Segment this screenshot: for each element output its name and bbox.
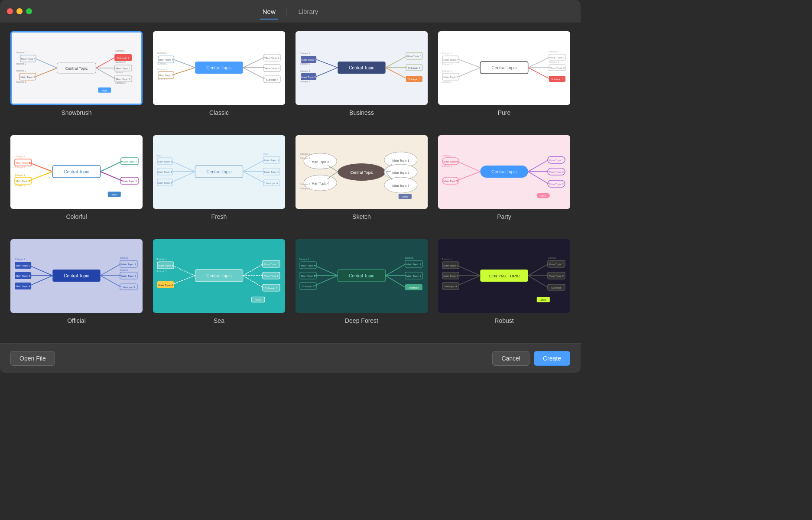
- svg-line-120: [171, 172, 195, 182]
- svg-text:Main Topic 3: Main Topic 3: [265, 67, 279, 70]
- template-robust[interactable]: CENTRAL TOPIC Main Topic 4 Main Topic 2 …: [438, 239, 570, 335]
- right-buttons: Cancel Create: [492, 351, 570, 366]
- template-preview-deepforest[interactable]: Central Topic Main Topic 4 Main Topic 2 …: [296, 239, 428, 313]
- close-button[interactable]: [7, 8, 13, 14]
- svg-text:Subtopic 1: Subtopic 1: [115, 71, 126, 74]
- svg-text:Central Topic: Central Topic: [349, 273, 374, 278]
- template-preview-snowbrush[interactable]: Central Topic Main Topic 4 Main Topic 2 …: [10, 31, 143, 105]
- template-preview-official[interactable]: Central Topic Main Topic 2 Main Topic 1 …: [10, 239, 143, 313]
- template-classic[interactable]: Central Topic Main Topic 4 Main Topic 2 …: [153, 31, 285, 127]
- svg-text:Subtopic 2: Subtopic 2: [157, 68, 168, 71]
- svg-text:Subtopic 1: Subtopic 1: [300, 52, 310, 55]
- minimize-button[interactable]: [16, 8, 23, 14]
- tab-divider: |: [286, 7, 288, 16]
- template-business[interactable]: Central Topic Main Topic 4 Main Topic 2 …: [296, 31, 428, 127]
- svg-line-255: [528, 264, 549, 276]
- template-sea[interactable]: Central Topic Main Topic 2 Main Topic 4 …: [153, 239, 285, 335]
- template-sketch[interactable]: Central Topic Main Topic 3 Main Topic 4 …: [296, 135, 428, 231]
- svg-line-100: [101, 161, 122, 172]
- svg-text:Subtopic 4: Subtopic 4: [302, 285, 315, 288]
- svg-text:Item: Item: [263, 153, 268, 155]
- template-party[interactable]: Central Topic Main Topic 2 Main Topic 4 …: [438, 135, 570, 231]
- svg-text:Subtopic 2: Subtopic 2: [115, 61, 126, 63]
- svg-text:Main Topic 4: Main Topic 4: [301, 58, 316, 61]
- svg-text:style: style: [541, 195, 546, 197]
- svg-line-94: [29, 162, 52, 172]
- template-preview-robust[interactable]: CENTRAL TOPIC Main Topic 4 Main Topic 2 …: [438, 239, 570, 313]
- template-pure[interactable]: Central Topic Main Topic 4 Main Topic 2 …: [438, 31, 570, 127]
- svg-text:style: style: [541, 299, 546, 301]
- maximize-button[interactable]: [26, 8, 32, 14]
- svg-line-246: [456, 265, 480, 276]
- svg-text:Subtopic 1: Subtopic 1: [157, 52, 168, 54]
- svg-line-97: [29, 172, 52, 181]
- svg-text:Main Topic 4: Main Topic 4: [157, 171, 172, 173]
- template-grid: Central Topic Main Topic 4 Main Topic 2 …: [0, 23, 581, 343]
- svg-text:Subtopic 1: Subtopic 1: [300, 70, 310, 72]
- svg-line-162: [456, 172, 480, 181]
- template-deepforest[interactable]: Central Topic Main Topic 4 Main Topic 2 …: [296, 239, 428, 335]
- template-label-pure: Pure: [498, 109, 511, 116]
- template-label-official: Official: [67, 317, 86, 324]
- svg-text:Subtopic 2: Subtopic 2: [300, 80, 310, 83]
- svg-text:Subtopic: Subtopic: [120, 257, 129, 259]
- svg-line-215: [243, 276, 263, 288]
- template-preview-fresh[interactable]: Central Topic Main Topic 3 Main Topic 4 …: [153, 135, 285, 209]
- svg-text:Subtopic 4: Subtopic 4: [266, 78, 279, 81]
- template-preview-classic[interactable]: Central Topic Main Topic 4 Main Topic 2 …: [153, 31, 285, 105]
- svg-line-35: [243, 57, 265, 68]
- svg-line-209: [243, 264, 263, 276]
- svg-line-230: [314, 276, 338, 286]
- svg-text:Main Topic 1: Main Topic 1: [122, 160, 137, 163]
- tab-new[interactable]: New: [254, 5, 284, 18]
- template-preview-party[interactable]: Central Topic Main Topic 2 Main Topic 4 …: [438, 135, 570, 209]
- tab-library[interactable]: Library: [289, 5, 327, 18]
- template-preview-sketch[interactable]: Central Topic Main Topic 3 Main Topic 4 …: [296, 135, 428, 209]
- svg-text:Main Topic 4: Main Topic 4: [159, 58, 173, 61]
- svg-text:Main Topic 1: Main Topic 1: [264, 159, 279, 162]
- template-label-classic: Classic: [209, 109, 229, 116]
- svg-text:Main Topic 1: Main Topic 1: [16, 275, 30, 277]
- template-colorful[interactable]: Central Topic Main Topic 2 Main Topic 4 …: [10, 135, 143, 231]
- svg-text:Subtopic 1: Subtopic 1: [15, 174, 25, 176]
- cancel-button[interactable]: Cancel: [492, 351, 529, 366]
- svg-text:Main Topic 4: Main Topic 4: [443, 180, 458, 182]
- template-label-robust: Robust: [494, 317, 513, 324]
- svg-text:Central Topic: Central Topic: [491, 169, 516, 174]
- template-preview-sea[interactable]: Central Topic Main Topic 2 Main Topic 4 …: [153, 239, 285, 313]
- traffic-lights: [7, 8, 32, 14]
- svg-text:Main Topic 4: Main Topic 4: [21, 58, 36, 60]
- open-file-button[interactable]: Open File: [10, 351, 55, 366]
- template-preview-business[interactable]: Central Topic Main Topic 4 Main Topic 2 …: [296, 31, 428, 105]
- svg-text:Main Topic 3: Main Topic 3: [116, 78, 130, 81]
- template-official[interactable]: Central Topic Main Topic 2 Main Topic 1 …: [10, 239, 143, 335]
- svg-text:Main Topic 3: Main Topic 3: [122, 180, 137, 182]
- svg-line-32: [173, 68, 195, 75]
- svg-text:Subtopic: Subtopic: [409, 286, 419, 289]
- svg-line-224: [314, 265, 338, 276]
- template-preview-colorful[interactable]: Central Topic Main Topic 2 Main Topic 4 …: [10, 135, 143, 209]
- svg-text:Subtopic 3: Subtopic 3: [117, 57, 130, 59]
- create-button[interactable]: Create: [534, 351, 570, 366]
- svg-text:style: style: [403, 195, 408, 198]
- svg-text:Main Topic 3: Main Topic 3: [157, 160, 172, 163]
- svg-text:Subtopic 5: Subtopic 5: [265, 287, 278, 289]
- svg-text:Central Topic: Central Topic: [349, 65, 374, 70]
- template-fresh[interactable]: Central Topic Main Topic 3 Main Topic 4 …: [153, 135, 285, 231]
- svg-text:Main Topic 4: Main Topic 4: [443, 58, 458, 61]
- svg-text:Main Topic 2: Main Topic 2: [264, 275, 279, 277]
- title-bar: New | Library: [0, 0, 581, 23]
- svg-text:Main Topic 2: Main Topic 2: [16, 162, 30, 164]
- svg-text:Main Topic 1: Main Topic 1: [406, 263, 421, 266]
- template-preview-pure[interactable]: Central Topic Main Topic 4 Main Topic 2 …: [438, 31, 570, 105]
- svg-text:Subtopic 2: Subtopic 2: [549, 61, 559, 63]
- template-snowbrush[interactable]: Central Topic Main Topic 4 Main Topic 2 …: [10, 31, 143, 127]
- svg-text:CENTRAL TOPIC: CENTRAL TOPIC: [489, 274, 520, 278]
- svg-line-180: [29, 265, 52, 276]
- svg-text:Main Topic 2: Main Topic 2: [301, 275, 315, 277]
- svg-text:Main Topic 2: Main Topic 2: [16, 264, 30, 267]
- svg-text:Subtopic: Subtopic: [120, 269, 129, 271]
- svg-text:Subtopic: Subtopic: [551, 286, 561, 289]
- svg-text:Central Topic: Central Topic: [350, 170, 373, 175]
- svg-text:Subtopic 1: Subtopic 1: [16, 69, 26, 72]
